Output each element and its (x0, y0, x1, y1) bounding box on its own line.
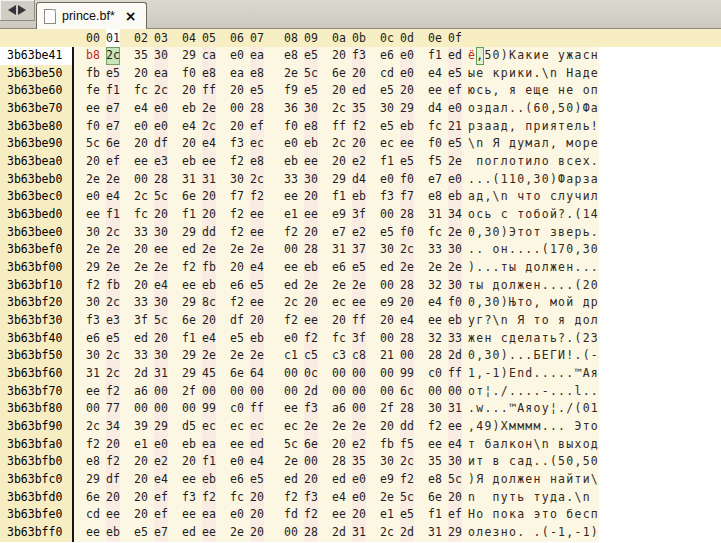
byte-cell[interactable]: dd (400, 418, 414, 436)
byte-cell[interactable]: 30 (154, 294, 168, 312)
char-cell[interactable]: р (501, 65, 509, 83)
char-cell[interactable]: т (468, 277, 476, 295)
char-cell[interactable]: и (542, 118, 550, 136)
byte-cell[interactable]: eb (202, 471, 216, 489)
byte-cell[interactable]: 30 (86, 294, 100, 312)
char-cell[interactable]: и (534, 47, 542, 65)
byte-cell[interactable]: 28 (250, 100, 264, 118)
byte-cell[interactable]: 0c (304, 365, 318, 383)
byte-cell[interactable]: e4 (250, 453, 264, 471)
byte-cell[interactable]: f3 (304, 400, 318, 418)
byte-cell[interactable]: ee (134, 153, 148, 171)
char-cell[interactable]: 3 (484, 294, 492, 312)
char-cell[interactable]: 0 (468, 294, 476, 312)
char-cell[interactable]: . (534, 383, 542, 401)
char-cell[interactable]: . (566, 330, 574, 348)
byte-cell[interactable]: 00 (134, 400, 148, 418)
char-cell[interactable]: 0 (493, 224, 501, 242)
byte-cell[interactable]: a6 (332, 400, 346, 418)
byte-cell[interactable]: 2c (106, 365, 120, 383)
byte-cell[interactable]: 2e (230, 524, 244, 542)
char-cell[interactable]: о (468, 383, 476, 401)
byte-cell[interactable]: e0 (400, 65, 414, 83)
char-cell[interactable]: е (525, 277, 533, 295)
byte-cell[interactable]: e0 (86, 188, 100, 206)
byte-cell[interactable]: e4 (154, 471, 168, 489)
byte-cell[interactable]: 20 (332, 82, 346, 100)
byte-cell[interactable]: 30 (86, 347, 100, 365)
byte-cell[interactable]: eb (182, 436, 196, 454)
char-cell[interactable]: d (525, 365, 533, 383)
char-cell[interactable]: 0 (542, 100, 550, 118)
char-cell[interactable]: б (484, 436, 492, 454)
char-cell[interactable]: \ (542, 65, 550, 83)
byte-cell[interactable]: eb (250, 330, 264, 348)
char-cell[interactable]: . (493, 259, 501, 277)
char-cell[interactable]: . (476, 171, 484, 189)
byte-cell[interactable]: ef (448, 82, 462, 100)
byte-cell[interactable]: 29 (182, 47, 196, 65)
char-cell[interactable] (468, 153, 476, 171)
byte-cell[interactable]: ee (304, 153, 318, 171)
byte-cell[interactable]: 99 (202, 400, 216, 418)
char-cell[interactable]: 0 (468, 347, 476, 365)
byte-cell[interactable]: 2e (400, 259, 414, 277)
char-cell[interactable]: \ (534, 436, 542, 454)
byte-cell[interactable]: e0 (352, 471, 366, 489)
byte-cell[interactable]: ed (250, 436, 264, 454)
char-cell[interactable] (484, 135, 492, 153)
byte-cell[interactable]: ee (304, 206, 318, 224)
byte-cell[interactable]: f1 (106, 82, 120, 100)
byte-cell[interactable]: 31 (428, 206, 442, 224)
char-cell[interactable]: Ф (583, 100, 591, 118)
byte-cell[interactable]: 2c (332, 135, 346, 153)
char-cell[interactable]: э (534, 506, 542, 524)
byte-cell[interactable]: cd (380, 65, 394, 83)
char-cell[interactable] (509, 188, 517, 206)
char-cell[interactable]: . (468, 241, 476, 259)
char-cell[interactable]: ь (550, 330, 558, 348)
byte-cell[interactable]: e5 (448, 65, 462, 83)
byte-cell[interactable]: ee (284, 188, 298, 206)
byte-cell[interactable]: 20 (230, 259, 244, 277)
char-cell[interactable]: ™ (509, 400, 517, 418)
byte-cell[interactable]: e0 (400, 47, 414, 65)
byte-cell[interactable]: 00 (352, 400, 366, 418)
char-cell[interactable]: н (501, 241, 509, 259)
byte-cell[interactable]: 20 (230, 82, 244, 100)
char-cell[interactable]: Э (509, 224, 517, 242)
char-cell[interactable]: / (501, 383, 509, 401)
char-cell[interactable]: з (550, 224, 558, 242)
char-cell[interactable]: о (583, 82, 591, 100)
byte-cell[interactable]: 6e (86, 489, 100, 507)
byte-cell[interactable]: 2c (106, 347, 120, 365)
char-cell[interactable]: е (558, 259, 566, 277)
byte-cell[interactable]: e5 (448, 135, 462, 153)
byte-cell[interactable]: ee (182, 471, 196, 489)
byte-cell[interactable]: a6 (134, 383, 148, 401)
byte-cell[interactable]: e6 (332, 259, 346, 277)
char-cell[interactable]: 0 (493, 294, 501, 312)
char-cell[interactable] (501, 82, 509, 100)
byte-cell[interactable]: 20 (380, 418, 394, 436)
byte-cell[interactable]: 30 (380, 241, 394, 259)
byte-cell[interactable]: e4 (448, 436, 462, 454)
byte-cell[interactable]: 00 (134, 171, 148, 189)
byte-cell[interactable]: ea (202, 506, 216, 524)
byte-cell[interactable]: e5 (230, 330, 244, 348)
byte-cell[interactable]: 5c (154, 312, 168, 330)
byte-cell[interactable]: eb (106, 524, 120, 542)
byte-cell[interactable]: 2d (304, 383, 318, 401)
byte-cell[interactable]: 30 (154, 347, 168, 365)
char-cell[interactable]: а (534, 330, 542, 348)
char-cell[interactable] (517, 82, 525, 100)
char-cell[interactable]: . (534, 524, 542, 542)
byte-cell[interactable]: 20 (332, 436, 346, 454)
char-cell[interactable]: е (566, 224, 574, 242)
char-cell[interactable]: и (583, 471, 591, 489)
byte-cell[interactable]: 29 (154, 418, 168, 436)
char-cell[interactable]: т (517, 224, 525, 242)
char-cell[interactable]: о (484, 153, 492, 171)
byte-cell[interactable]: 2c (106, 294, 120, 312)
char-cell[interactable]: ж (517, 471, 525, 489)
